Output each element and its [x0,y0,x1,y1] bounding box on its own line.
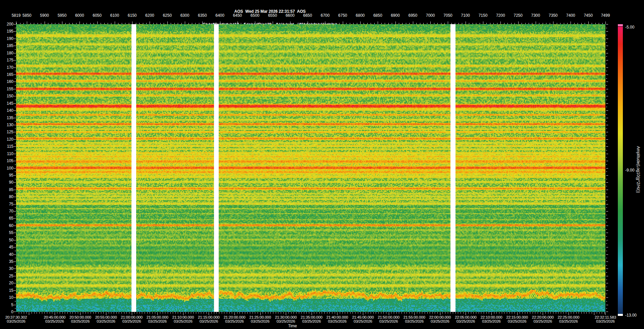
bottom-minor-tick [155,312,155,314]
right-major-tick [606,290,608,291]
bottom-minor-tick [458,312,458,314]
bottom-major-tick [260,312,261,315]
bottom-minor-tick [116,312,117,314]
bottom-minor-tick [109,312,109,314]
top-major-tick [237,21,238,24]
bottom-axis-tick-label: 20:45:00.00003/25/2026 [44,315,65,323]
left-major-tick [14,290,16,291]
bottom-minor-tick [432,312,433,314]
bottom-minor-tick [196,312,196,314]
top-major-tick [448,21,448,24]
top-axis-tick-label: 6500 [251,13,260,18]
right-minor-tick [606,93,607,93]
right-minor-tick [606,136,607,136]
spectrogram-app-window: AOS Wed 25 Mar 2026 22:31:57 AOS CoordSy… [0,0,644,329]
left-major-tick [14,283,16,283]
bottom-minor-tick [486,312,487,314]
spectrogram-canvas[interactable] [16,24,605,312]
date-value: 03/25/2026 [198,319,220,323]
left-major-tick [14,297,16,298]
date-value: 03/25/2026 [595,319,616,323]
date-value: 03/25/2026 [95,319,117,323]
bottom-minor-tick [293,312,294,314]
bottom-minor-tick [332,312,332,314]
bottom-minor-tick [42,312,42,314]
bottom-minor-tick [525,312,525,314]
right-minor-tick [606,258,607,258]
top-major-tick [167,21,168,24]
right-major-tick [606,247,608,247]
top-major-tick [202,21,203,24]
right-major-tick [606,75,608,75]
top-major-tick [255,21,255,24]
left-major-tick [14,168,16,169]
right-minor-tick [606,42,607,43]
right-major-tick [606,31,608,32]
left-minor-tick [15,143,16,143]
bottom-minor-tick [88,312,88,314]
bottom-axis-tick-label: 20:55:00.00003/25/2026 [95,315,117,323]
top-major-tick [588,21,589,24]
left-minor-tick [15,28,16,28]
time-value: 22:15:00.000 [506,315,528,319]
bottom-minor-tick [201,312,201,314]
left-axis-tick-label: 155 [7,87,13,91]
bottom-minor-tick [222,312,222,314]
right-major-tick [606,197,608,197]
bottom-minor-tick [499,312,499,314]
bottom-minor-tick [599,312,600,314]
bottom-minor-tick [479,312,479,314]
top-major-tick [605,21,606,24]
bottom-minor-tick [32,312,32,314]
top-axis-tick-label: 7450 [584,13,593,18]
left-major-tick [14,254,16,255]
bottom-minor-tick [563,312,564,314]
bottom-minor-tick [329,312,330,314]
bottom-minor-tick [93,312,94,314]
left-minor-tick [15,236,16,237]
left-axis-tick-label: 160 [7,79,13,84]
left-minor-tick [15,164,16,165]
bottom-minor-tick [306,312,307,314]
left-axis-tick-label: 170 [7,65,13,70]
bottom-axis-tick-label: 21:35:00.00003/25/2026 [301,315,322,323]
left-minor-tick [15,71,16,71]
bottom-minor-tick [538,312,538,314]
bottom-minor-tick [245,312,245,314]
bottom-axis-tick-label: 20:50:00.00003/25/2026 [69,315,91,323]
time-value: 22:10:00.000 [481,315,502,319]
bottom-minor-tick [281,312,281,314]
top-axis-tick-label: 6100 [110,13,119,18]
bottom-minor-tick [545,312,546,314]
left-axis-tick-label: 190 [7,36,13,41]
left-axis-tick-label: 120 [7,137,13,142]
top-axis-tick-label: 7250 [514,13,523,18]
top-major-tick [150,21,150,24]
bottom-minor-tick [476,312,476,314]
bottom-axis-tick-label: 22:32:11.58303/25/2026 [595,315,616,323]
bottom-minor-tick [273,312,273,314]
right-minor-tick [606,35,607,35]
bottom-minor-tick [502,312,502,314]
top-axis-tick-label: 7400 [566,13,575,18]
time-value: 21:20:00.000 [224,315,246,319]
right-minor-tick [606,49,607,50]
bottom-minor-tick [404,312,405,314]
right-major-tick [606,96,608,96]
top-axis-tick-label: 7350 [549,13,558,18]
left-axis-tick-label: 45 [9,245,13,249]
bottom-minor-tick [366,312,366,314]
top-major-tick [413,21,413,24]
right-minor-tick [606,100,607,100]
left-axis-tick-label: 165 [7,72,13,77]
right-major-tick [606,190,608,190]
bottom-minor-tick [548,312,548,314]
left-major-tick [14,24,16,25]
left-axis-tick-label: 5 [11,302,13,307]
left-minor-tick [15,243,16,244]
right-minor-tick [606,287,607,287]
left-axis-tick-label: 25 [9,274,13,278]
top-axis-tick-label: 5950 [58,13,67,18]
bottom-minor-tick [319,312,320,314]
bottom-minor-tick [258,312,258,314]
